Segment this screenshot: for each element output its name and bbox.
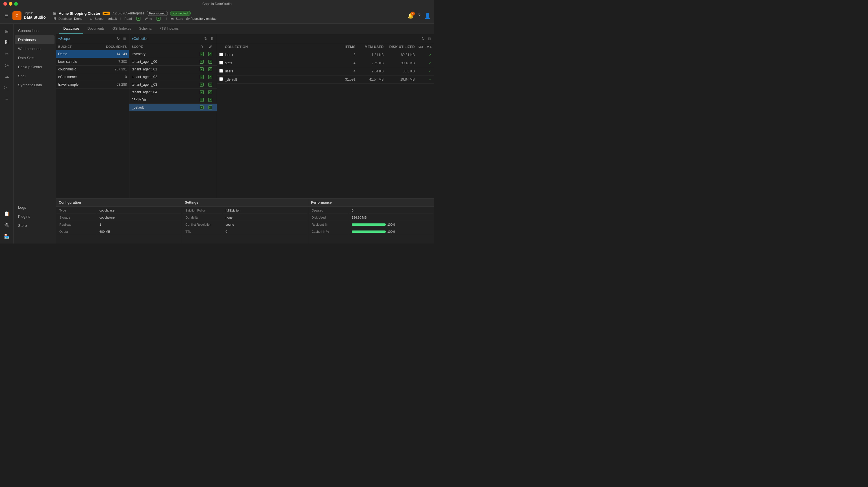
refresh-collection-button[interactable]: ↻: [421, 36, 425, 41]
w-checkbox: ✓: [208, 98, 212, 102]
config-value: couchbase: [97, 207, 181, 214]
scope-row[interactable]: tenant_agent_04 ✓ ✓: [129, 88, 217, 96]
scope-value: _default: [106, 17, 117, 20]
add-collection-button[interactable]: +Collection: [132, 37, 202, 41]
bucket-row[interactable]: Demo14,149: [56, 50, 129, 58]
close-button[interactable]: [3, 2, 7, 6]
delete-bucket-button[interactable]: 🗑: [122, 36, 127, 41]
store-label: Store: [176, 17, 183, 20]
collection-checkbox[interactable]: [219, 61, 223, 64]
help-button[interactable]: ?: [417, 13, 421, 19]
sidebar-item-synthetic[interactable]: ≡: [2, 94, 12, 104]
sidebar-nav: Connections Databases Workbenches Data S…: [13, 24, 56, 244]
version-text: 7.2.3-6705-enterprise: [112, 11, 144, 15]
config-value: 1: [97, 222, 181, 228]
collection-row[interactable]: inbox 3 1.81 KB 89.81 KB ✓: [217, 51, 434, 59]
settings-row: TTL0: [183, 229, 307, 235]
collection-row[interactable]: stats 4 2.59 KB 90.18 KB ✓: [217, 59, 434, 67]
collection-row[interactable]: _default 31,591 41.54 MB 19.84 MB ✓: [217, 76, 434, 84]
notifications-button[interactable]: 🔔 4: [407, 13, 414, 19]
nav-datasets[interactable]: Data Sets: [15, 53, 55, 62]
add-scope-button[interactable]: +Scope: [58, 37, 115, 41]
collection-checkbox[interactable]: [219, 77, 223, 81]
nav-connections[interactable]: Connections: [15, 26, 55, 35]
collection-row[interactable]: users 4 2.84 KB 88.3 KB ✓: [217, 67, 434, 76]
collection-checkbox[interactable]: [219, 69, 223, 73]
scope-row[interactable]: tenant_agent_01 ✓ ✓: [129, 66, 217, 73]
collection-list: inbox 3 1.81 KB 89.81 KB ✓ stats 4 2.59 …: [217, 51, 434, 198]
nav-store[interactable]: Store: [15, 221, 55, 230]
disk-col-header: Disk Utilized: [384, 45, 415, 49]
settings-value: 0: [223, 229, 307, 235]
r-checkbox: ✓: [200, 52, 204, 56]
config-label: Type: [57, 207, 96, 214]
bucket-row[interactable]: eCommerce0: [56, 73, 129, 81]
maximize-button[interactable]: [14, 2, 18, 6]
tab-databases[interactable]: Databases: [59, 24, 83, 34]
config-value: 600 MB: [97, 229, 181, 235]
performance-table: Ops/sec0Disk Used134.80 MBResident % 100…: [308, 207, 434, 236]
tab-documents[interactable]: Documents: [83, 24, 108, 34]
read-label: Read: [124, 17, 132, 20]
tab-gsi[interactable]: GSI Indexes: [108, 24, 135, 34]
bucket-row[interactable]: travel-sample63,288: [56, 81, 129, 88]
tab-fts[interactable]: FTS Indexes: [155, 24, 183, 34]
hamburger-button[interactable]: ☰: [3, 12, 10, 20]
cluster-section: ⊞ Acme Shopping Cluster aws 7.2.3-6705-e…: [53, 11, 216, 21]
scope-row[interactable]: tenant_agent_03 ✓ ✓: [129, 81, 217, 88]
nav-shell[interactable]: Shell: [15, 71, 55, 80]
scope-row[interactable]: 25KIMDb ✓ ✓: [129, 96, 217, 104]
bucket-panel: +Scope ↻ 🗑 Bucket Documents Demo14,149be…: [56, 34, 129, 198]
w-checkbox: ✓: [208, 90, 212, 94]
performance-value: 134.80 MB: [349, 214, 433, 221]
notification-count: 4: [411, 11, 415, 16]
settings-title: Settings: [182, 199, 308, 207]
logo-text: Capella Data Studio: [24, 11, 46, 20]
nav-backup[interactable]: Backup Center: [15, 62, 55, 71]
logo-line1: Capella: [24, 11, 46, 15]
sidebar-item-backup[interactable]: ☁: [2, 71, 12, 82]
configuration-table: TypecouchbaseStoragecouchstoreReplicas1Q…: [56, 207, 182, 236]
scope-row[interactable]: tenant_agent_00 ✓ ✓: [129, 58, 217, 66]
refresh-scope-button[interactable]: ↻: [204, 36, 208, 41]
main-layout: ⊞ 🗄 ✂ ◎ ☁ >_ ≡ 📋 🔌 🏪 Connections Databas…: [0, 24, 434, 244]
sidebar-item-databases[interactable]: 🗄: [2, 37, 12, 48]
delete-collection-button[interactable]: 🗑: [427, 36, 432, 41]
nav-logs[interactable]: Logs: [15, 203, 55, 212]
bucket-row[interactable]: beer-sample7,303: [56, 58, 129, 66]
settings-row: Eviction PolicyfullEviction: [183, 207, 307, 214]
config-label: Storage: [57, 214, 96, 221]
scope-row[interactable]: _default ✓ ✓: [129, 104, 217, 111]
scope-row[interactable]: inventory ✓ ✓: [129, 50, 217, 58]
nav-workbenches[interactable]: Workbenches: [15, 45, 55, 53]
items-col-header: Items: [333, 45, 355, 49]
sidebar-item-plugins[interactable]: 🔌: [2, 220, 12, 230]
nav-databases[interactable]: Databases: [15, 35, 55, 44]
collection-checkbox[interactable]: [219, 53, 223, 56]
sidebar-item-shell[interactable]: >_: [2, 83, 12, 93]
sidebar-item-connections[interactable]: ⊞: [2, 26, 12, 36]
sidebar-item-logs[interactable]: 📋: [2, 208, 12, 219]
delete-scope-button[interactable]: 🗑: [210, 36, 214, 41]
bucket-toolbar: +Scope ↻ 🗑: [56, 34, 129, 43]
minimize-button[interactable]: [9, 2, 12, 6]
nav-synthetic[interactable]: Synthetic Data: [15, 81, 55, 89]
config-label: Quota: [57, 229, 96, 235]
nav-plugins[interactable]: Plugins: [15, 212, 55, 221]
performance-row: Disk Used134.80 MB: [309, 214, 433, 221]
refresh-bucket-button[interactable]: ↻: [116, 36, 120, 41]
docs-col-header: Documents: [106, 45, 127, 48]
bucket-row[interactable]: couchmusic287,391: [56, 66, 129, 73]
scope-row[interactable]: tenant_agent_02 ✓ ✓: [129, 73, 217, 81]
sidebar-item-store[interactable]: 🏪: [2, 231, 12, 241]
settings-value: fullEviction: [223, 207, 307, 214]
sidebar-item-datasets[interactable]: ◎: [2, 60, 12, 70]
tab-schema[interactable]: Schema: [135, 24, 155, 34]
w-checkbox: ✓: [208, 67, 212, 71]
sidebar-item-workbenches[interactable]: ✂: [2, 49, 12, 59]
performance-row: Cache Hit % 100%: [309, 229, 433, 235]
settings-panel: Settings Eviction PolicyfullEvictionDura…: [182, 199, 308, 244]
store-value: My Repository on Mac: [185, 17, 216, 20]
user-button[interactable]: 👤: [424, 13, 431, 19]
tabs-bar: Databases Documents GSI Indexes Schema F…: [56, 24, 434, 34]
